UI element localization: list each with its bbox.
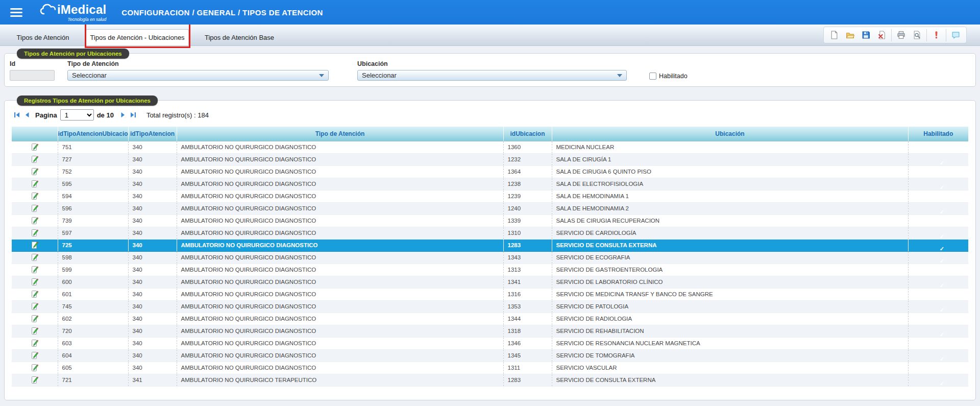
- col-header-habilitado[interactable]: Habilitado: [908, 127, 968, 141]
- table-row[interactable]: 727 340 AMBULATORIO NO QUIRURGICO DIAGNO…: [12, 153, 968, 165]
- habilitado-checkbox[interactable]: [649, 73, 656, 80]
- row-idTipoAtencionUbicacion: 594: [58, 190, 128, 202]
- row-edit-cell[interactable]: [12, 178, 58, 190]
- row-idUbicacion: 1345: [503, 349, 552, 362]
- row-tipo-de-atencion: AMBULATORIO NO QUIRURGICO DIAGNOSTICO: [177, 190, 503, 202]
- tipo-de-atencion-select[interactable]: Seleccionar: [67, 70, 329, 81]
- row-habilitado-cell: [908, 214, 968, 227]
- row-habilitado-cell: [908, 276, 968, 288]
- edit-record-icon: [31, 315, 39, 323]
- table-row[interactable]: 600 340 AMBULATORIO NO QUIRURGICO DIAGNO…: [12, 276, 968, 288]
- table-row[interactable]: 604 340 AMBULATORIO NO QUIRURGICO DIAGNO…: [12, 349, 968, 362]
- delete-button[interactable]: [874, 28, 890, 42]
- tab-tipos-de-atencion[interactable]: Tipos de Atención: [0, 30, 86, 45]
- row-idUbicacion: 1283: [503, 239, 552, 251]
- table-row[interactable]: 725 340 AMBULATORIO NO QUIRURGICO DIAGNO…: [12, 239, 968, 251]
- ubicacion-select[interactable]: Seleccionar: [357, 70, 627, 81]
- row-ubicacion: SALAS DE CIRUGIA RECUPERACION: [552, 214, 908, 227]
- col-header-idTipoAtencionUbicacion[interactable]: idTipoAtencionUbicacion: [58, 127, 128, 141]
- row-idUbicacion: 1313: [503, 264, 552, 276]
- first-page-button[interactable]: [12, 110, 22, 120]
- row-habilitado-cell: [908, 165, 968, 178]
- table-row[interactable]: 721 341 AMBULATORIO NO QUIRURGICO TERAPE…: [12, 374, 968, 386]
- row-tipo-de-atencion: AMBULATORIO NO QUIRURGICO DIAGNOSTICO: [177, 165, 503, 178]
- row-edit-cell[interactable]: [12, 165, 58, 178]
- row-edit-cell[interactable]: [12, 276, 58, 288]
- toolbar: [823, 27, 967, 43]
- table-row[interactable]: 599 340 AMBULATORIO NO QUIRURGICO DIAGNO…: [12, 264, 968, 276]
- comment-button[interactable]: [948, 28, 964, 42]
- table-row[interactable]: 601 340 AMBULATORIO NO QUIRURGICO DIAGNO…: [12, 288, 968, 300]
- table-row[interactable]: 602 340 AMBULATORIO NO QUIRURGICO DIAGNO…: [12, 313, 968, 325]
- row-edit-cell[interactable]: [12, 349, 58, 362]
- col-header-idTipoAtencion[interactable]: idTipoAtencion: [128, 127, 177, 141]
- tab-tipos-de-atencion-ubicaciones[interactable]: Tipos de Atención - Ubicaciones: [86, 29, 189, 45]
- row-tipo-de-atencion: AMBULATORIO NO QUIRURGICO DIAGNOSTICO: [177, 178, 503, 190]
- row-edit-cell[interactable]: [12, 251, 58, 264]
- row-idTipoAtencionUbicacion: 601: [58, 288, 128, 300]
- row-edit-cell[interactable]: [12, 337, 58, 349]
- row-idTipoAtencionUbicacion: 597: [58, 227, 128, 239]
- row-edit-cell[interactable]: [12, 153, 58, 165]
- table-row[interactable]: 751 340 AMBULATORIO NO QUIRURGICO DIAGNO…: [12, 141, 968, 153]
- edit-record-icon: [31, 143, 39, 151]
- row-edit-cell[interactable]: [12, 300, 58, 313]
- row-idTipoAtencionUbicacion: 602: [58, 313, 128, 325]
- row-edit-cell[interactable]: [12, 239, 58, 251]
- new-document-button[interactable]: [826, 28, 842, 42]
- table-row[interactable]: 597 340 AMBULATORIO NO QUIRURGICO DIAGNO…: [12, 227, 968, 239]
- records-panel: Registros Tipos de Atención por Ubicacio…: [4, 100, 976, 400]
- page-select[interactable]: 1: [60, 109, 94, 121]
- alert-button[interactable]: [928, 28, 944, 42]
- row-tipo-de-atencion: AMBULATORIO NO QUIRURGICO DIAGNOSTICO: [177, 202, 503, 214]
- row-edit-cell[interactable]: [12, 264, 58, 276]
- save-button[interactable]: [858, 28, 874, 42]
- last-page-button[interactable]: [128, 110, 138, 120]
- col-header-idUbicacion[interactable]: idUbicacion: [503, 127, 552, 141]
- print-button[interactable]: [893, 28, 909, 42]
- id-input[interactable]: [10, 70, 55, 81]
- row-edit-cell[interactable]: [12, 214, 58, 227]
- row-edit-cell[interactable]: [12, 313, 58, 325]
- row-ubicacion: SERVICIO DE RADIOLOGIA: [552, 313, 908, 325]
- table-row[interactable]: 598 340 AMBULATORIO NO QUIRURGICO DIAGNO…: [12, 251, 968, 264]
- table-row[interactable]: 720 340 AMBULATORIO NO QUIRURGICO DIAGNO…: [12, 325, 968, 337]
- row-tipo-de-atencion: AMBULATORIO NO QUIRURGICO DIAGNOSTICO: [177, 214, 503, 227]
- edit-record-icon: [31, 351, 39, 360]
- row-edit-cell[interactable]: [12, 362, 58, 374]
- row-ubicacion: SERVICIO DE GASTROENTEROLOGIA: [552, 264, 908, 276]
- table-row[interactable]: 594 340 AMBULATORIO NO QUIRURGICO DIAGNO…: [12, 190, 968, 202]
- tab-tipos-de-atencion-base[interactable]: Tipos de Atención Base: [189, 30, 290, 45]
- preview-button[interactable]: [909, 28, 925, 42]
- table-row[interactable]: 745 340 AMBULATORIO NO QUIRURGICO DIAGNO…: [12, 300, 968, 313]
- edit-record-icon: [31, 217, 39, 225]
- row-idTipoAtencion: 340: [128, 313, 177, 325]
- table-row[interactable]: 596 340 AMBULATORIO NO QUIRURGICO DIAGNO…: [12, 202, 968, 214]
- row-tipo-de-atencion: AMBULATORIO NO QUIRURGICO DIAGNOSTICO: [177, 153, 503, 165]
- col-header-tipo-de-atencion[interactable]: Tipo de Atención: [177, 127, 503, 141]
- table-row[interactable]: 605 340 AMBULATORIO NO QUIRURGICO DIAGNO…: [12, 362, 968, 374]
- row-idTipoAtencionUbicacion: 727: [58, 153, 128, 165]
- row-edit-cell[interactable]: [12, 227, 58, 239]
- row-edit-cell[interactable]: [12, 374, 58, 386]
- next-page-button[interactable]: [118, 110, 128, 120]
- previous-page-button[interactable]: [22, 110, 32, 120]
- row-tipo-de-atencion: AMBULATORIO NO QUIRURGICO DIAGNOSTICO: [177, 337, 503, 349]
- open-folder-button[interactable]: [842, 28, 858, 42]
- delete-icon: [877, 31, 886, 39]
- table-row[interactable]: 739 340 AMBULATORIO NO QUIRURGICO DIAGNO…: [12, 214, 968, 227]
- table-row[interactable]: 595 340 AMBULATORIO NO QUIRURGICO DIAGNO…: [12, 178, 968, 190]
- row-edit-cell[interactable]: [12, 325, 58, 337]
- row-edit-cell[interactable]: [12, 141, 58, 153]
- col-header-ubicacion[interactable]: Ubicación: [552, 127, 908, 141]
- row-idTipoAtencion: 340: [128, 141, 177, 153]
- row-edit-cell[interactable]: [12, 288, 58, 300]
- row-habilitado-cell: [908, 288, 968, 300]
- row-idTipoAtencionUbicacion: 751: [58, 141, 128, 153]
- table-row[interactable]: 752 340 AMBULATORIO NO QUIRURGICO DIAGNO…: [12, 165, 968, 178]
- row-idUbicacion: 1364: [503, 165, 552, 178]
- row-edit-cell[interactable]: [12, 202, 58, 214]
- table-row[interactable]: 603 340 AMBULATORIO NO QUIRURGICO DIAGNO…: [12, 337, 968, 349]
- row-edit-cell[interactable]: [12, 190, 58, 202]
- menu-icon[interactable]: [10, 6, 22, 19]
